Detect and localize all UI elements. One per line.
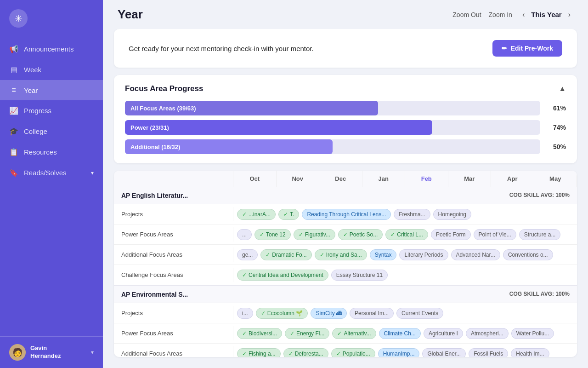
user-profile[interactable]: 🧑 GavinHernandez ▾ bbox=[0, 336, 103, 368]
user-name: GavinHernandez bbox=[30, 345, 61, 360]
chip-0-2-3[interactable]: Syntax bbox=[370, 249, 397, 260]
logo-area: ✳ bbox=[0, 0, 103, 39]
chip-1-1-5[interactable]: Atmospheri... bbox=[466, 328, 509, 339]
period-label: This Year bbox=[531, 11, 561, 18]
next-period-button[interactable]: › bbox=[565, 10, 573, 20]
edit-prework-button[interactable]: ✏ Edit Pre-Work bbox=[492, 40, 562, 57]
sidebar-item-announcements[interactable]: 📢Announcements bbox=[0, 39, 103, 59]
chip-1-2-1[interactable]: ✓Deforesta... bbox=[283, 348, 328, 357]
sidebar-label-reads-solves: Reads/Solves bbox=[24, 169, 67, 177]
collapse-button[interactable]: ▲ bbox=[559, 85, 566, 93]
chip-0-1-3[interactable]: ✓Poetic So... bbox=[338, 229, 383, 240]
month-nov: Nov bbox=[277, 171, 320, 187]
row-label-0-0: Projects bbox=[114, 207, 233, 221]
sidebar-item-week[interactable]: ▤Week bbox=[0, 59, 103, 80]
chip-0-0-4[interactable]: Homegoing bbox=[433, 209, 471, 220]
chip-1-0-0[interactable]: i... bbox=[237, 308, 253, 319]
edit-icon: ✏ bbox=[502, 45, 507, 52]
chip-0-1-6[interactable]: Point of Vie... bbox=[474, 229, 516, 240]
chip-1-0-2[interactable]: SimCity 🏙 bbox=[311, 308, 347, 319]
chip-1-1-1[interactable]: ✓Energy Fl... bbox=[285, 328, 329, 339]
sidebar-label-progress: Progress bbox=[24, 107, 51, 115]
check-icon: ✓ bbox=[320, 252, 324, 258]
chip-0-2-4[interactable]: Literary Periods bbox=[399, 249, 448, 260]
month-oct: Oct bbox=[233, 171, 277, 187]
sidebar-nav: 📢Announcements▤Week≡Year📈Progress🎓Colleg… bbox=[0, 39, 103, 336]
chip-0-1-1[interactable]: ✓Tone 12 bbox=[254, 229, 291, 240]
month-dec: Dec bbox=[319, 171, 362, 187]
month-may: May bbox=[534, 171, 577, 187]
announcements-icon: 📢 bbox=[9, 45, 18, 53]
header-controls: Zoom Out Zoom In ‹ This Year › bbox=[452, 10, 573, 20]
chip-1-2-2[interactable]: ✓Populatio... bbox=[331, 348, 375, 357]
progress-pct-0: 61% bbox=[546, 104, 566, 112]
check-icon: ✓ bbox=[288, 351, 293, 357]
chip-1-0-3[interactable]: Personal Im... bbox=[350, 308, 394, 319]
section-ap-environmental: AP Environmental S... COG SKILL AVG: 100… bbox=[114, 286, 577, 357]
chip-0-2-5[interactable]: Advanced Nar... bbox=[451, 249, 500, 260]
sidebar-item-college[interactable]: 🎓College bbox=[0, 121, 103, 142]
row-items-0-1: ...✓Tone 12✓Figurativ...✓Poetic So...✓Cr… bbox=[233, 226, 577, 243]
chip-0-2-0[interactable]: ge... bbox=[237, 249, 258, 260]
progress-pct-2: 50% bbox=[546, 143, 566, 150]
prev-period-button[interactable]: ‹ bbox=[520, 10, 527, 20]
timeline-row-1-2: Additional Focus Areas✓Fishing a...✓Defo… bbox=[114, 344, 577, 357]
row-label-1-1: Power Focus Areas bbox=[114, 326, 233, 340]
chip-1-0-1[interactable]: ✓Ecocolumn 🌱 bbox=[256, 308, 308, 319]
chip-1-2-4[interactable]: Global Ener... bbox=[422, 348, 466, 357]
row-label-1-0: Projects bbox=[114, 306, 233, 320]
chip-0-0-1[interactable]: ✓T. bbox=[278, 209, 299, 220]
chip-1-1-0[interactable]: ✓Biodiversi... bbox=[237, 328, 282, 339]
chip-0-1-2[interactable]: ✓Figurativ... bbox=[294, 229, 335, 240]
chip-1-2-0[interactable]: ✓Fishing a... bbox=[237, 348, 281, 357]
chip-0-1-7[interactable]: Structure a... bbox=[519, 229, 561, 240]
year-icon: ≡ bbox=[9, 86, 18, 94]
sidebar-label-announcements: Announcements bbox=[24, 45, 74, 53]
chip-1-0-4[interactable]: Current Events bbox=[396, 308, 443, 319]
chip-1-2-3[interactable]: HumanImp... bbox=[378, 348, 420, 357]
chip-0-0-3[interactable]: Freshma... bbox=[394, 209, 430, 220]
chip-0-1-4[interactable]: ✓Critical L... bbox=[385, 229, 428, 240]
sidebar-item-year[interactable]: ≡Year bbox=[0, 80, 103, 100]
chip-0-3-1[interactable]: Essay Structure 11 bbox=[331, 270, 388, 281]
check-icon: ✓ bbox=[261, 310, 266, 316]
college-icon: 🎓 bbox=[9, 127, 18, 136]
check-icon: ✓ bbox=[390, 231, 395, 238]
timeline-label-col bbox=[114, 171, 233, 187]
sidebar-item-progress[interactable]: 📈Progress bbox=[0, 100, 103, 121]
check-icon: ✓ bbox=[242, 330, 247, 337]
chip-1-1-6[interactable]: Water Pollu... bbox=[511, 328, 554, 339]
chip-0-1-5[interactable]: Poetic Form bbox=[431, 229, 471, 240]
chip-1-1-3[interactable]: Climate Ch... bbox=[379, 328, 421, 339]
chip-0-2-6[interactable]: Conventions o... bbox=[503, 249, 553, 260]
timeline-card: Oct Nov Dec Jan Feb Mar Apr May AP Engli… bbox=[114, 171, 577, 357]
row-label-0-3: Challenge Focus Areas bbox=[114, 268, 233, 282]
progress-row-0: All Focus Areas (39/63) 61% bbox=[125, 101, 566, 115]
week-icon: ▤ bbox=[9, 65, 18, 74]
chip-0-2-2[interactable]: ✓Irony and Sa... bbox=[315, 249, 367, 260]
zoom-out-button[interactable]: Zoom Out bbox=[452, 11, 481, 18]
row-items-1-0: i...✓Ecocolumn 🌱SimCity 🏙Personal Im...C… bbox=[233, 305, 577, 322]
row-items-0-0: ✓...inarA...✓T.Reading Through Critical … bbox=[233, 206, 577, 223]
chip-1-2-5[interactable]: Fossil Fuels bbox=[469, 348, 508, 357]
user-chevron-icon: ▾ bbox=[91, 349, 94, 356]
sidebar-label-week: Week bbox=[24, 66, 41, 74]
chip-1-1-4[interactable]: Agriculture I bbox=[424, 328, 463, 339]
chip-1-1-2[interactable]: ✓Alternativ... bbox=[332, 328, 376, 339]
progress-row-2: Additional (16/32) 50% bbox=[125, 139, 566, 154]
chip-0-1-0[interactable]: ... bbox=[237, 229, 252, 240]
chip-0-2-1[interactable]: ✓Dramatic Fo... bbox=[260, 249, 311, 260]
section-title-0: AP English Literatur... bbox=[114, 187, 233, 204]
chip-0-3-0[interactable]: ✓Central Idea and Development bbox=[237, 270, 328, 281]
check-icon: ✓ bbox=[283, 211, 288, 218]
chip-0-0-0[interactable]: ✓...inarA... bbox=[237, 209, 276, 220]
chip-1-2-6[interactable]: Health Im... bbox=[511, 348, 549, 357]
sidebar-item-reads-solves[interactable]: 🔖Reads/Solves▾ bbox=[0, 162, 103, 183]
check-icon: ✓ bbox=[336, 351, 341, 357]
timeline-row-0-0: Projects✓...inarA...✓T.Reading Through C… bbox=[114, 204, 577, 224]
chip-0-0-2[interactable]: Reading Through Critical Lens... bbox=[302, 209, 391, 220]
sidebar-item-resources[interactable]: 📋Resources bbox=[0, 142, 103, 162]
progress-bar-fill-0: All Focus Areas (39/63) bbox=[125, 101, 378, 115]
zoom-in-button[interactable]: Zoom In bbox=[489, 11, 512, 18]
check-icon: ✓ bbox=[242, 211, 247, 218]
